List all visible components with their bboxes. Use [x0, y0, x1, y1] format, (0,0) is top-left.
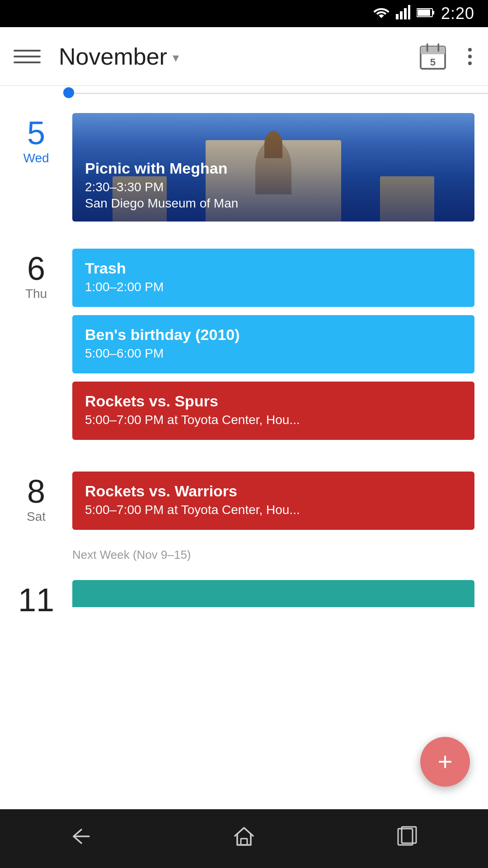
svg-rect-13 [241, 839, 247, 845]
event-teal-partial[interactable] [72, 580, 474, 607]
signal-icon [396, 5, 410, 23]
status-time: 2:20 [441, 4, 474, 23]
day-section-8: 8 Sat Rockets vs. Warriors 5:00–7:00 PM … [0, 449, 488, 539]
month-dropdown-arrow[interactable]: ▾ [173, 50, 179, 65]
recents-icon [395, 826, 418, 851]
event-rockets-warriors[interactable]: Rockets vs. Warriors 5:00–7:00 PM at Toy… [72, 472, 474, 530]
day-number-11: 11 [18, 584, 54, 616]
day-label-8: 8 Sat [0, 472, 72, 524]
day-number-8: 8 [27, 475, 45, 508]
event-rockets-warriors-title: Rockets vs. Warriors [85, 482, 462, 500]
day-label-6: 6 Thu [0, 249, 72, 301]
svg-rect-2 [404, 8, 407, 19]
event-picnic-overlay: Picnic with Meghan 2:30–3:30 PM San Dieg… [72, 151, 474, 222]
day-section-11: 11 [0, 571, 488, 616]
bottom-nav [0, 809, 488, 868]
event-rockets-spurs-time: 5:00–7:00 PM at Toyota Center, Hou... [85, 413, 462, 427]
back-button[interactable] [54, 821, 108, 857]
event-picnic-title: Picnic with Meghan [85, 160, 462, 177]
event-birthday[interactable]: Ben's birthday (2010) 5:00–6:00 PM [72, 315, 474, 373]
app-bar-actions: 5 [417, 40, 474, 73]
battery-icon [417, 6, 435, 21]
events-list-5: Picnic with Meghan 2:30–3:30 PM San Dieg… [72, 113, 488, 222]
day-number-6: 6 [27, 252, 45, 285]
svg-rect-3 [408, 5, 410, 19]
week-separator: Next Week (Nov 9–15) [0, 539, 488, 571]
add-event-fab[interactable]: + [420, 737, 470, 787]
svg-rect-8 [421, 46, 445, 54]
home-button[interactable] [217, 821, 271, 857]
svg-rect-0 [396, 14, 399, 19]
day-number-5: 5 [27, 117, 45, 149]
more-options-button[interactable] [465, 45, 474, 68]
event-trash-title: Trash [85, 259, 462, 277]
event-rockets-spurs-title: Rockets vs. Spurs [85, 392, 462, 410]
event-picnic-location: San Diego Museum of Man [85, 196, 462, 211]
wifi-icon [373, 5, 389, 22]
day-name-8: Sat [27, 509, 46, 524]
svg-rect-6 [418, 9, 430, 16]
event-trash[interactable]: Trash 1:00–2:00 PM [72, 249, 474, 307]
event-birthday-time: 5:00–6:00 PM [85, 346, 462, 361]
week-separator-text: Next Week (Nov 9–15) [72, 548, 191, 561]
day-label-11: 11 [0, 580, 72, 616]
event-picnic-time: 2:30–3:30 PM [85, 180, 462, 194]
today-button[interactable]: 5 [417, 40, 449, 73]
svg-rect-1 [400, 11, 403, 19]
day-name-5: Wed [23, 151, 49, 165]
day-section-5: 5 Wed Picnic with Meghan 2:30–3:30 PM [0, 99, 488, 231]
day-section-6: 6 Thu Trash 1:00–2:00 PM Ben's birthday … [0, 231, 488, 449]
day-name-6: Thu [25, 287, 47, 301]
recents-button[interactable] [380, 821, 434, 857]
home-icon [233, 826, 255, 851]
events-list-8: Rockets vs. Warriors 5:00–7:00 PM at Toy… [72, 472, 488, 530]
fab-plus-icon: + [438, 749, 453, 774]
timeline-separator [0, 86, 488, 99]
event-rockets-warriors-time: 5:00–7:00 PM at Toyota Center, Hou... [85, 503, 462, 517]
event-picnic[interactable]: Picnic with Meghan 2:30–3:30 PM San Dieg… [72, 113, 474, 222]
events-list-6: Trash 1:00–2:00 PM Ben's birthday (2010)… [72, 249, 488, 440]
event-rockets-spurs[interactable]: Rockets vs. Spurs 5:00–7:00 PM at Toyota… [72, 382, 474, 440]
event-trash-time: 1:00–2:00 PM [85, 280, 462, 294]
month-title: November [59, 43, 167, 70]
svg-text:5: 5 [430, 56, 436, 67]
events-list-11 [72, 580, 488, 607]
status-bar: 2:20 [0, 0, 488, 27]
day-label-5: 5 Wed [0, 113, 72, 165]
back-icon [70, 827, 93, 850]
status-icons: 2:20 [373, 4, 474, 23]
event-birthday-title: Ben's birthday (2010) [85, 326, 462, 344]
app-bar: November ▾ 5 [0, 27, 488, 86]
svg-rect-5 [432, 11, 434, 14]
menu-button[interactable] [14, 43, 41, 70]
app-bar-title: November ▾ [59, 43, 417, 70]
